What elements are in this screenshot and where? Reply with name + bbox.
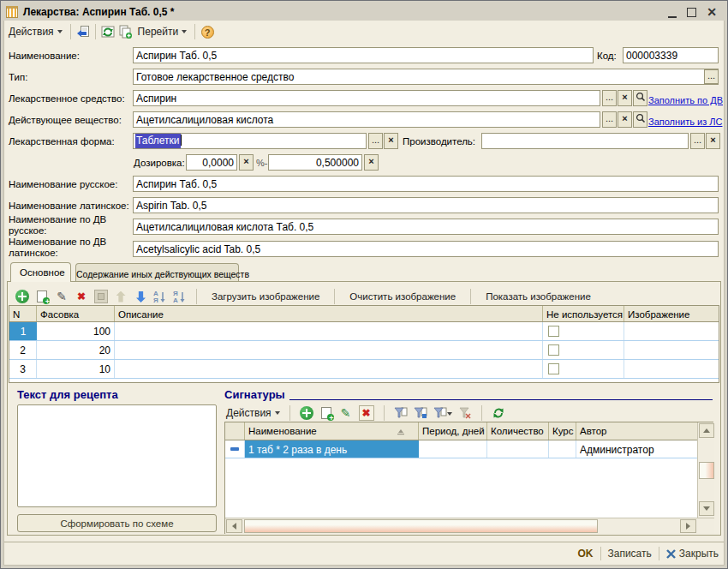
column-header-descr[interactable]: Описание xyxy=(115,306,543,321)
reread-icon[interactable] xyxy=(75,23,92,40)
drug-clear-button[interactable]: × xyxy=(618,90,632,106)
signatures-vscrollbar[interactable] xyxy=(697,422,714,518)
unused-checkbox[interactable] xyxy=(548,344,559,356)
signatures-divider xyxy=(289,399,713,400)
sig-add-icon[interactable] xyxy=(300,406,313,420)
filter-sort-icon[interactable] xyxy=(394,406,408,420)
name-dv-lat-input[interactable]: Acetylsalicylic acid Tab. 0,5 xyxy=(133,241,719,257)
signatures-section-title: Сигнатуры xyxy=(224,388,285,401)
ok-button[interactable]: OK xyxy=(578,548,594,560)
column-header-qty[interactable]: Количество xyxy=(487,422,549,440)
manufacturer-input[interactable] xyxy=(481,133,689,149)
substance-input[interactable]: Ацетилсалициловая кислота xyxy=(133,111,600,128)
scroll-left-button[interactable] xyxy=(226,519,242,533)
scroll-down-button[interactable] xyxy=(699,501,714,516)
row-marker-icon xyxy=(230,447,239,451)
fill-by-dv-link[interactable]: Заполнить по ДВ xyxy=(648,95,723,105)
minimize-button[interactable] xyxy=(668,7,677,18)
sig-edit-icon[interactable]: ✎ xyxy=(339,406,353,420)
refresh-box-icon[interactable] xyxy=(99,23,116,40)
manufacturer-select-button[interactable]: ... xyxy=(690,133,705,149)
hscroll-thumb[interactable] xyxy=(244,519,598,533)
scroll-up-button[interactable] xyxy=(699,423,714,438)
signatures-hscrollbar[interactable] xyxy=(225,518,714,534)
sig-copy-icon[interactable]: + xyxy=(319,406,333,420)
drug-select-button[interactable]: ... xyxy=(602,90,617,106)
add-row-icon[interactable] xyxy=(15,290,29,303)
name-dv-lat-label: Наименование по ДВлатинское: xyxy=(9,237,106,259)
dosage-input-2[interactable]: 0,500000 xyxy=(268,154,362,171)
column-header-course[interactable]: Курс xyxy=(549,422,576,440)
filter-menu-icon[interactable] xyxy=(433,406,452,420)
sort-asc-icon[interactable]: АЯ xyxy=(153,290,167,303)
column-header-author[interactable]: Автор xyxy=(576,422,697,440)
column-header-name[interactable]: Наименование xyxy=(245,422,419,440)
clear-image-button[interactable]: Очистить изображение xyxy=(344,291,461,302)
drug-input[interactable]: Аспирин xyxy=(133,90,600,106)
code-input[interactable]: 000003339 xyxy=(623,47,719,63)
filter-clear-icon[interactable] xyxy=(458,406,472,420)
manufacturer-label: Производитель: xyxy=(403,136,475,147)
column-header-image[interactable]: Изображение xyxy=(624,306,719,321)
column-header-n[interactable]: N xyxy=(9,306,37,321)
column-header-unused[interactable]: Не используется xyxy=(543,306,624,321)
packaging-row[interactable]: 3 10 xyxy=(9,360,719,379)
packaging-row[interactable]: 2 20 xyxy=(9,341,719,360)
tab-main[interactable]: Основное xyxy=(10,262,71,282)
dosage-input-1[interactable]: 0,0000 xyxy=(186,154,237,171)
manufacturer-clear-button[interactable]: × xyxy=(706,133,720,149)
actions-menu-button[interactable]: Действия xyxy=(4,23,67,40)
main-toolbar: Действия Перейти ? xyxy=(4,21,724,42)
text-cursor xyxy=(181,135,182,146)
name-lat-input[interactable]: Aspirin Tab. 0,5 xyxy=(133,197,719,213)
load-image-button[interactable]: Загрузить изображение xyxy=(206,291,325,302)
unused-checkbox[interactable] xyxy=(548,326,559,337)
substance-clear-button[interactable]: × xyxy=(618,111,632,128)
substance-open-button[interactable] xyxy=(633,111,647,128)
fill-from-ls-link[interactable]: Заполнить из ЛС xyxy=(648,117,722,127)
column-header-period[interactable]: Период, дней xyxy=(419,422,487,440)
substance-select-button[interactable]: ... xyxy=(602,111,617,128)
signature-row[interactable]: 1 таб * 2 раза в день Администратор xyxy=(225,440,697,458)
help-icon[interactable]: ? xyxy=(199,23,216,40)
form-input[interactable]: Таблетки xyxy=(133,133,367,149)
tab-other-substances[interactable]: Содержание иных действующих веществ xyxy=(75,263,239,282)
name-dv-ru-input[interactable]: Ацетилсалициловая кислота Таб. 0,5 xyxy=(133,219,719,235)
type-input[interactable]: Готовое лекарственное средство xyxy=(133,69,719,85)
name-label: Наименование: xyxy=(9,51,80,61)
column-header-pack[interactable]: Фасовка xyxy=(37,306,115,321)
name-input[interactable]: Аспирин Таб. 0,5 xyxy=(133,47,594,63)
scroll-right-button[interactable] xyxy=(680,519,696,533)
sig-delete-icon[interactable]: ✖ xyxy=(359,405,374,421)
generate-by-scheme-button[interactable]: Сформировать по схеме xyxy=(17,514,217,532)
vscroll-thumb[interactable] xyxy=(699,462,714,479)
recipe-textarea[interactable] xyxy=(17,404,217,507)
copy-icon[interactable] xyxy=(116,23,134,40)
edit-row-icon[interactable]: ✎ xyxy=(55,290,69,303)
move-up-icon[interactable] xyxy=(114,290,128,303)
close-form-button[interactable]: Закрыть xyxy=(666,548,719,560)
delete-row-icon[interactable]: ✖ xyxy=(75,290,88,302)
signatures-actions-button[interactable]: Действия xyxy=(226,407,280,419)
copy-row-icon[interactable]: + xyxy=(35,290,49,303)
dosage-clear-button-2[interactable]: × xyxy=(364,154,379,171)
show-image-button[interactable]: Показать изображение xyxy=(480,291,596,302)
end-edit-icon[interactable] xyxy=(94,290,108,303)
save-button[interactable]: Записать xyxy=(608,548,652,560)
maximize-button[interactable] xyxy=(687,8,696,17)
name-ru-input[interactable]: Аспирин Таб. 0,5 xyxy=(133,176,719,192)
drug-open-button[interactable] xyxy=(633,90,647,106)
packaging-row[interactable]: 1 100 xyxy=(9,322,719,341)
close-button[interactable]: ✕ xyxy=(707,8,717,17)
goto-menu-button[interactable]: Перейти xyxy=(134,23,192,40)
dosage-clear-button-1[interactable]: × xyxy=(239,154,254,171)
filter-by-value-icon[interactable] xyxy=(414,406,427,420)
sig-refresh-icon[interactable] xyxy=(492,406,505,420)
type-label: Тип: xyxy=(9,72,27,82)
type-select-button[interactable]: ... xyxy=(704,69,719,84)
sort-desc-icon[interactable]: ЯА xyxy=(173,290,187,303)
move-down-icon[interactable] xyxy=(134,290,147,303)
unused-checkbox[interactable] xyxy=(548,363,559,374)
form-select-button[interactable]: ... xyxy=(368,133,383,149)
form-clear-button[interactable]: × xyxy=(384,133,398,149)
